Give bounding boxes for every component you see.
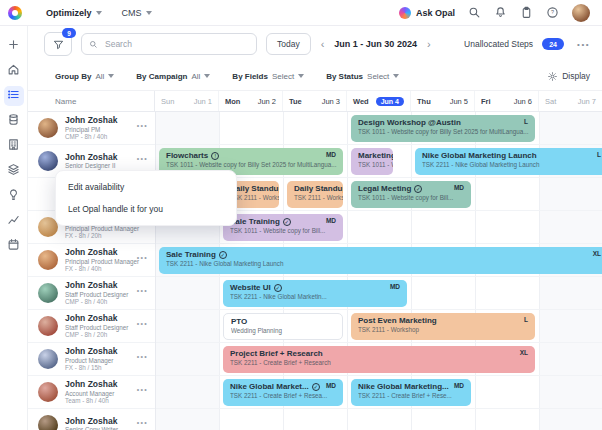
event-subtitle: TSK 2211 - Create Brief + Research — [230, 359, 528, 367]
event-title: Project Brief + Research — [230, 349, 528, 359]
product-switcher[interactable]: Optimizely — [46, 8, 102, 18]
event-card[interactable]: Nike Global Market...✓TSK 2211 - Create … — [223, 379, 343, 406]
event-title-text: PTO — [231, 317, 247, 327]
event-title-text: Sale Training — [166, 250, 216, 260]
person-role: Staff Product Designer — [65, 324, 128, 332]
person-cell[interactable]: John ZoshakPrincipal Product ManagerFX -… — [28, 244, 155, 276]
row-menu-button[interactable]: ••• — [137, 155, 148, 162]
next-period-button[interactable]: › — [426, 39, 432, 50]
context-menu: Edit availabilityLet Opal handle it for … — [55, 170, 237, 226]
person-cell[interactable]: John ZoshakStaff Product DesignerCMP - 8… — [28, 310, 155, 342]
user-avatar[interactable] — [572, 4, 590, 22]
filter-label: By Status — [326, 72, 363, 81]
day-of-week: Sun — [161, 97, 174, 106]
filter-button[interactable]: 9 — [44, 32, 72, 56]
day-header-wed: WedJun 4 — [347, 91, 411, 111]
top-bar: Optimizely CMS Ask Opal ? — [0, 0, 602, 26]
row-menu-button[interactable]: ••• — [137, 419, 148, 426]
event-title: Nike Global Marketing... — [358, 382, 464, 392]
menu-item-let-opal[interactable]: Let Opal handle it for you — [56, 198, 236, 220]
filter-by-campaign[interactable]: By CampaignAll — [136, 72, 210, 81]
filter-group-by[interactable]: Group ByAll — [55, 72, 114, 81]
search-box[interactable] — [81, 33, 257, 55]
product-name: Optimizely — [46, 8, 92, 18]
person-allocation: CMP - 8h / 20h — [65, 331, 128, 339]
size-badge: MD — [454, 382, 464, 389]
person-cell[interactable]: John ZoshakProduct ManagerFX - 8h / 15h•… — [28, 343, 155, 375]
person-cell[interactable]: John ZoshakSenior Copy Writer••• — [28, 409, 155, 430]
person-cell[interactable]: John ZoshakAccount ManagerTeam - 8h / 40… — [28, 376, 155, 408]
person-info: John ZoshakProduct ManagerFX - 8h / 15h — [65, 346, 117, 371]
optimizely-logo-icon — [8, 6, 22, 20]
ask-opal-button[interactable]: Ask Opal — [399, 7, 455, 19]
event-card[interactable]: Nike Global Marketing...TSK 2211 - Creat… — [351, 379, 471, 406]
person-cell[interactable]: John ZoshakStaff Product DesignerCMP - 8… — [28, 277, 155, 309]
prev-period-button[interactable]: ‹ — [320, 39, 326, 50]
day-header-sun: SunJun 1 — [155, 91, 219, 111]
chart-icon — [7, 212, 20, 230]
avatar — [38, 118, 58, 138]
event-card[interactable]: Nike Global Marketing LaunchTSK 2211 - N… — [415, 148, 602, 175]
bell-icon[interactable] — [494, 6, 507, 19]
display-button[interactable]: Display — [547, 71, 590, 82]
sidebar-item-layers[interactable] — [4, 161, 24, 181]
sidebar-item-home[interactable] — [4, 61, 24, 81]
toolbar: 9 Today ‹ Jun 1 - Jun 30 2024 › Unalloca… — [28, 26, 602, 62]
chevron-down-icon — [393, 74, 399, 78]
calendar-icon — [7, 237, 20, 255]
row-menu-button[interactable]: ••• — [137, 320, 148, 327]
unallocated-steps-badge[interactable]: 24 — [542, 38, 564, 50]
sidebar-item-building[interactable] — [4, 136, 24, 156]
sidebar-item-list[interactable] — [4, 86, 24, 106]
app-switcher[interactable]: CMS — [122, 8, 152, 18]
help-icon[interactable]: ? — [546, 6, 559, 19]
day-header-sat: SatJun 7 — [539, 91, 602, 111]
table-row: John ZoshakSenior Copy Writer••• — [28, 409, 602, 430]
event-title: Nike Global Marketing Launch — [422, 151, 601, 161]
event-card[interactable]: Post Even MarketingTSK 2111 - WorkshopL — [351, 313, 535, 340]
row-menu-button[interactable]: ••• — [137, 122, 148, 129]
search-icon[interactable] — [468, 6, 481, 19]
sidebar-item-calendar[interactable] — [4, 236, 24, 256]
filter-by-status[interactable]: By StatusSelect — [326, 72, 399, 81]
size-badge: XL — [593, 250, 601, 257]
event-card[interactable]: Website UI✓TSK 2211 - Nike Global Market… — [223, 280, 407, 307]
event-card[interactable]: Sale Training✓TSK 2211 - Nike Global Mar… — [159, 247, 602, 274]
event-card[interactable]: Marketing Ali...TSK 1011 - Websit... — [351, 148, 393, 175]
event-card[interactable]: PTOWedding Planning — [223, 313, 343, 340]
clipboard-icon[interactable] — [520, 6, 533, 19]
event-title: Flowcharts! — [166, 151, 336, 161]
row-menu-button[interactable]: ••• — [137, 386, 148, 393]
event-card[interactable]: Sale Training✓TSK 1011 - Website copy fo… — [223, 214, 343, 241]
row-menu-button[interactable]: ••• — [137, 353, 148, 360]
event-card[interactable]: Legal Meeting✓TSK 1011 - Website copy fo… — [351, 181, 471, 208]
size-badge: MD — [326, 217, 336, 224]
sidebar-item-chart[interactable] — [4, 211, 24, 231]
database-icon — [7, 112, 20, 130]
day-header-fri: FriJun 6 — [475, 91, 539, 111]
date-range[interactable]: Jun 1 - Jun 30 2024 — [334, 39, 417, 49]
menu-item-edit-availability[interactable]: Edit availability — [56, 176, 236, 198]
filter-by-fields[interactable]: By FieldsSelect — [232, 72, 304, 81]
search-input[interactable] — [103, 38, 249, 50]
sidebar-item-database[interactable] — [4, 111, 24, 131]
event-subtitle: TSK 2111 - Workshop — [358, 326, 528, 334]
person-role: Account Manager — [65, 390, 117, 398]
person-info: John ZoshakStaff Product DesignerCMP - 8… — [65, 280, 128, 305]
row-menu-button[interactable]: ••• — [137, 287, 148, 294]
person-allocation: Team - 8h / 40h — [65, 397, 117, 405]
event-card[interactable]: Project Brief + ResearchTSK 2211 - Creat… — [223, 346, 535, 373]
unallocated-steps-label[interactable]: Unallocated Steps — [464, 39, 533, 49]
person-name: John Zoshak — [65, 152, 117, 162]
event-card[interactable]: Design Workshop @AustinTSK 1011 - Websit… — [351, 115, 535, 142]
sidebar-item-plus[interactable] — [4, 36, 24, 56]
toolbar-more-button[interactable]: ••• — [577, 40, 590, 49]
person-cell[interactable]: John ZoshakPrincipal PMCMP - 8h / 40h••• — [28, 112, 155, 144]
filter-value: Select — [272, 72, 294, 81]
row-menu-button[interactable]: ••• — [137, 254, 148, 261]
filter-label: By Campaign — [136, 72, 187, 81]
event-card[interactable]: Daily StandupTSK 2111 - Works... — [287, 181, 343, 208]
sidebar-item-lightbulb[interactable] — [4, 186, 24, 206]
top-icons: ? — [468, 6, 559, 19]
today-button[interactable]: Today — [266, 33, 311, 55]
